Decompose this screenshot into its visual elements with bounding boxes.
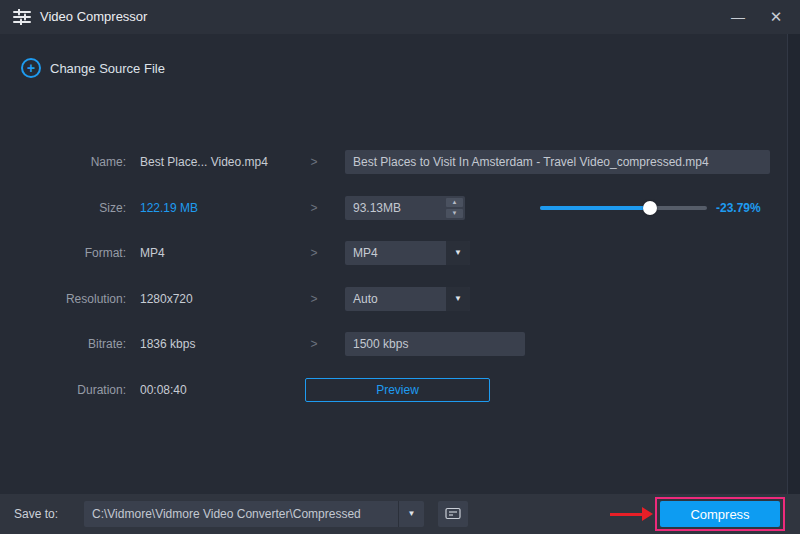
chevron-right-icon: > xyxy=(307,241,321,265)
save-path-dropdown-arrow-icon[interactable]: ▼ xyxy=(398,501,424,527)
chevron-right-icon: > xyxy=(307,287,321,311)
save-to-label: Save to: xyxy=(14,494,58,534)
duration-label: Duration: xyxy=(0,378,126,402)
resolution-row: Resolution: 1280x720 > Auto ▼ xyxy=(0,287,786,311)
duration-row: Duration: 00:08:40 Preview xyxy=(0,378,786,402)
name-row: Name: Best Place... Video.mp4 > xyxy=(0,150,786,174)
minimize-button[interactable]: — xyxy=(720,0,756,34)
bitrate-input[interactable] xyxy=(345,332,525,356)
resolution-dropdown-value: Auto xyxy=(353,287,378,311)
size-slider[interactable] xyxy=(540,196,707,220)
chevron-right-icon: > xyxy=(307,332,321,356)
video-compressor-window: Video Compressor — ✕ + Change Source Fil… xyxy=(0,0,800,534)
resolution-label: Resolution: xyxy=(0,287,126,311)
save-path-field: ▼ xyxy=(84,501,424,527)
format-row: Format: MP4 > MP4 ▼ xyxy=(0,241,786,265)
format-dropdown-value: MP4 xyxy=(353,241,378,265)
size-label: Size: xyxy=(0,196,126,220)
compressor-sliders-icon xyxy=(13,9,31,25)
bitrate-label: Bitrate: xyxy=(0,332,126,356)
size-slider-handle[interactable] xyxy=(643,201,657,215)
output-size-input[interactable] xyxy=(345,196,441,220)
annotation-arrow-head xyxy=(642,507,653,521)
bitrate-source-value: 1836 kbps xyxy=(140,332,302,356)
output-name-input[interactable] xyxy=(345,150,770,174)
dropdown-arrow-icon[interactable]: ▼ xyxy=(446,287,470,311)
annotation-arrow-line xyxy=(610,513,644,516)
dropdown-arrow-icon[interactable]: ▼ xyxy=(446,241,470,265)
format-label: Format: xyxy=(0,241,126,265)
size-slider-fill xyxy=(540,206,650,210)
name-source-value: Best Place... Video.mp4 xyxy=(140,150,302,174)
chevron-right-icon: > xyxy=(307,196,321,220)
window-title: Video Compressor xyxy=(40,0,147,34)
resolution-dropdown[interactable]: Auto ▼ xyxy=(345,287,470,311)
size-row: Size: 122.19 MB > ▲ ▼ -23.79% xyxy=(0,196,786,220)
folder-icon xyxy=(445,506,461,523)
chevron-right-icon: > xyxy=(307,150,321,174)
duration-value: 00:08:40 xyxy=(140,378,302,402)
name-label: Name: xyxy=(0,150,126,174)
spin-down-icon[interactable]: ▼ xyxy=(446,209,463,218)
format-source-value: MP4 xyxy=(140,241,302,265)
resolution-source-value: 1280x720 xyxy=(140,287,302,311)
plus-circle-icon[interactable]: + xyxy=(21,58,41,78)
titlebar: Video Compressor — ✕ xyxy=(0,0,800,34)
format-dropdown[interactable]: MP4 ▼ xyxy=(345,241,470,265)
change-source-file-link[interactable]: Change Source File xyxy=(50,61,165,76)
save-path-input[interactable] xyxy=(84,501,398,527)
size-reduction-percent: -23.79% xyxy=(716,196,786,220)
compress-button[interactable]: Compress xyxy=(660,501,780,527)
browse-folder-button[interactable] xyxy=(438,501,468,527)
preview-button[interactable]: Preview xyxy=(305,378,490,402)
output-size-spinner[interactable]: ▲ ▼ xyxy=(345,196,465,220)
spinner-buttons: ▲ ▼ xyxy=(446,198,463,218)
size-source-value: 122.19 MB xyxy=(140,196,302,220)
bitrate-row: Bitrate: 1836 kbps > xyxy=(0,332,786,356)
spin-up-icon[interactable]: ▲ xyxy=(446,198,463,207)
scrollbar-track[interactable] xyxy=(787,34,800,494)
close-button[interactable]: ✕ xyxy=(758,0,794,34)
